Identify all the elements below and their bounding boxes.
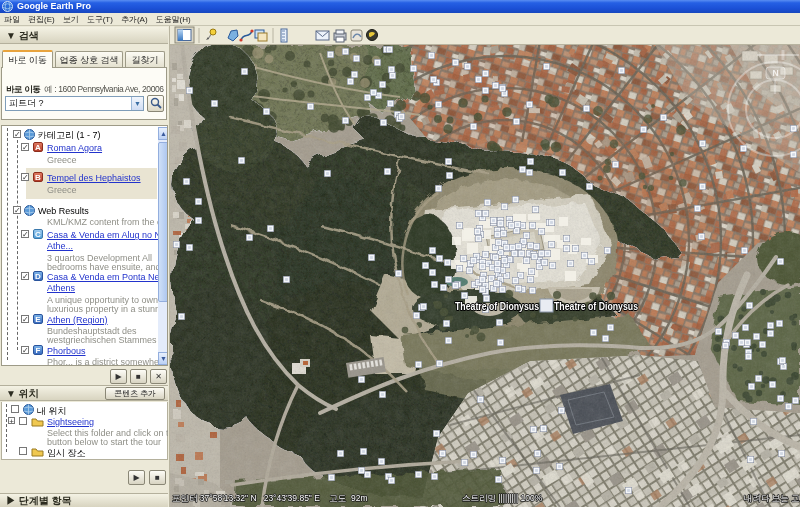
svg-text:스트리밍 ||||||||| 100%: 스트리밍 ||||||||| 100% <box>462 493 543 503</box>
svg-text:Theatre of Dionysus: Theatre of Dionysus <box>554 300 638 312</box>
svg-text:Theatre of Dionysus: Theatre of Dionysus <box>455 300 539 312</box>
svg-text:N: N <box>772 68 778 78</box>
svg-text:포인터 37°58'13.32" N 23°43'39.: 포인터 37°58'13.32" N 23°43'39.85" E 고도 92m <box>172 493 368 503</box>
svg-text:내려다 보는 고도 1.51: 내려다 보는 고도 1.51 <box>744 493 800 503</box>
